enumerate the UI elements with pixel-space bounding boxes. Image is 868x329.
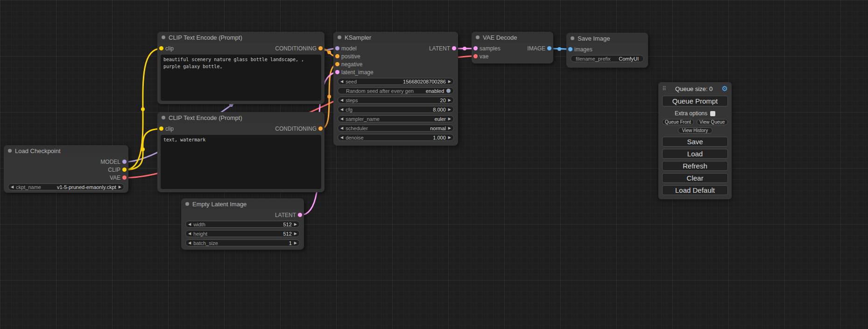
next-value-arrow-icon[interactable]: ▶ (294, 232, 297, 236)
collapse-toggle-icon[interactable] (476, 35, 480, 39)
output-port-clip[interactable] (122, 168, 127, 172)
node-clip-text-encode-positive[interactable]: CLIP Text Encode (Prompt) clip CONDITION… (157, 32, 325, 104)
node-clip-text-encode-negative[interactable]: CLIP Text Encode (Prompt) clip CONDITION… (157, 112, 325, 192)
io-row: LATENT (181, 211, 304, 219)
prev-value-arrow-icon[interactable]: ◀ (340, 80, 343, 84)
collapse-toggle-icon[interactable] (185, 202, 189, 206)
input-port-negative[interactable] (335, 62, 339, 66)
queue-prompt-button[interactable]: Queue Prompt (662, 96, 728, 106)
next-value-arrow-icon[interactable]: ▶ (294, 241, 297, 245)
clear-button[interactable]: Clear (662, 173, 728, 183)
collapse-toggle-icon[interactable] (571, 36, 574, 40)
link-midpoint-dot[interactable] (327, 95, 331, 98)
prev-value-arrow-icon[interactable]: ◀ (340, 108, 343, 112)
widget-ckpt-name[interactable]: ◀ ckpt_name v1-5-pruned-emaonly.ckpt ▶ (8, 183, 124, 190)
next-value-arrow-icon[interactable]: ▶ (448, 80, 451, 84)
widget-scheduler[interactable]: ◀ scheduler normal ▶ (338, 125, 454, 132)
negative-prompt-textarea[interactable]: text, watermark (161, 135, 321, 189)
node-header[interactable]: CLIP Text Encode (Prompt) (157, 32, 325, 43)
link-midpoint-dot[interactable] (141, 107, 145, 111)
node-save-image[interactable]: Save Image images filename_prefix ComfyU… (566, 33, 648, 68)
view-history-button[interactable]: View History (678, 127, 713, 133)
input-port-positive[interactable] (335, 54, 339, 58)
input-port-clip[interactable] (159, 46, 163, 50)
save-button[interactable]: Save (662, 137, 728, 147)
node-load-checkpoint[interactable]: Load Checkpoint MODEL CLIP VAE ◀ ckpt_na… (4, 145, 128, 193)
next-value-arrow-icon[interactable]: ▶ (294, 223, 297, 226)
node-header[interactable]: Load Checkpoint (4, 145, 128, 156)
output-port-vae[interactable] (122, 175, 127, 180)
prev-value-arrow-icon[interactable]: ◀ (188, 223, 191, 226)
input-port-vae[interactable] (473, 54, 478, 58)
output-port-latent[interactable] (452, 46, 456, 50)
queue-front-button[interactable]: Queue Front (662, 119, 694, 125)
view-queue-button[interactable]: View Queue (697, 119, 728, 125)
link-midpoint-dot[interactable] (557, 47, 561, 51)
link-midpoint-dot[interactable] (327, 50, 331, 54)
output-label-latent: LATENT (275, 212, 296, 218)
load-default-button[interactable]: Load Default (662, 185, 728, 195)
output-port-conditioning[interactable] (318, 46, 323, 50)
widget-value: normal (370, 126, 446, 131)
prev-value-arrow-icon[interactable]: ◀ (340, 136, 343, 140)
prev-value-arrow-icon[interactable]: ◀ (188, 241, 191, 245)
widget-width[interactable]: ◀ width 512 ▶ (185, 221, 300, 228)
refresh-button[interactable]: Refresh (662, 161, 728, 171)
node-header[interactable]: Save Image (566, 33, 648, 44)
prev-value-arrow-icon[interactable]: ◀ (11, 185, 14, 189)
widget-batch-size[interactable]: ◀ batch_size 1 ▶ (185, 239, 300, 246)
input-port-model[interactable] (335, 46, 339, 50)
prev-value-arrow-icon[interactable]: ◀ (340, 98, 343, 102)
io-row: samples IMAGE (472, 44, 553, 52)
input-port-clip[interactable] (159, 126, 163, 131)
node-header[interactable]: Empty Latent Image (181, 198, 304, 210)
node-header[interactable]: CLIP Text Encode (Prompt) (157, 112, 325, 123)
widget-height[interactable]: ◀ height 512 ▶ (185, 230, 300, 237)
input-label-images: images (574, 46, 593, 53)
collapse-toggle-icon[interactable] (338, 35, 341, 39)
input-port-samples[interactable] (473, 46, 478, 50)
positive-prompt-textarea[interactable]: beautiful scenery nature glass bottle la… (161, 55, 321, 101)
prev-value-arrow-icon[interactable]: ◀ (340, 117, 343, 121)
collapse-toggle-icon[interactable] (162, 35, 165, 39)
output-port-conditioning[interactable] (318, 126, 323, 131)
next-value-arrow-icon[interactable]: ▶ (448, 136, 451, 140)
widget-label: ckpt_name (16, 184, 41, 190)
link-midpoint-dot[interactable] (463, 47, 466, 50)
widget-cfg[interactable]: ◀ cfg 8.000 ▶ (338, 106, 454, 113)
settings-gear-icon[interactable]: ⚙ (722, 84, 728, 93)
node-vae-decode[interactable]: VAE Decode samples IMAGE vae (472, 32, 553, 63)
collapse-toggle-icon[interactable] (162, 116, 165, 119)
extra-options-checkbox[interactable] (710, 111, 715, 116)
input-port-latent-image[interactable] (335, 70, 339, 74)
node-header[interactable]: VAE Decode (472, 32, 553, 43)
prev-value-arrow-icon[interactable]: ◀ (340, 126, 343, 130)
next-value-arrow-icon[interactable]: ▶ (119, 185, 121, 189)
collapse-toggle-icon[interactable] (8, 149, 12, 153)
output-port-latent[interactable] (298, 213, 302, 217)
node-ksampler[interactable]: KSampler model LATENT positive negative … (333, 32, 458, 146)
widget-steps[interactable]: ◀ steps 20 ▶ (338, 97, 454, 104)
queue-panel[interactable]: ⠿ Queue size: 0 ⚙ Queue Prompt Extra opt… (658, 82, 732, 199)
drag-handle-icon[interactable]: ⠿ (662, 85, 666, 92)
prev-value-arrow-icon[interactable]: ◀ (188, 232, 191, 236)
output-port-model[interactable] (122, 160, 127, 164)
link-midpoint-dot[interactable] (141, 147, 145, 151)
output-port-image[interactable] (547, 46, 551, 50)
next-value-arrow-icon[interactable]: ▶ (448, 108, 451, 112)
graph-canvas[interactable]: Load Checkpoint MODEL CLIP VAE ◀ ckpt_na… (0, 0, 868, 329)
next-value-arrow-icon[interactable]: ▶ (448, 98, 451, 102)
widget-filename-prefix[interactable]: filename_prefix ComfyUI (571, 55, 644, 62)
next-value-arrow-icon[interactable]: ▶ (448, 117, 451, 121)
next-value-arrow-icon[interactable]: ▶ (448, 126, 451, 130)
input-port-images[interactable] (568, 47, 572, 51)
widget-random-seed-toggle[interactable]: Random seed after every gen enabled (338, 87, 454, 94)
load-button[interactable]: Load (662, 149, 728, 159)
widget-label: Random seed after every gen (346, 88, 414, 94)
node-empty-latent-image[interactable]: Empty Latent Image LATENT ◀ width 512 ▶ … (181, 198, 304, 250)
widget-sampler-name[interactable]: ◀ sampler_name euler ▶ (338, 115, 454, 122)
toggle-indicator-icon[interactable] (446, 89, 451, 93)
widget-denoise[interactable]: ◀ denoise 1.000 ▶ (338, 134, 454, 141)
widget-seed[interactable]: ◀ seed 156680208700286 ▶ (338, 78, 454, 85)
node-header[interactable]: KSampler (333, 32, 458, 43)
